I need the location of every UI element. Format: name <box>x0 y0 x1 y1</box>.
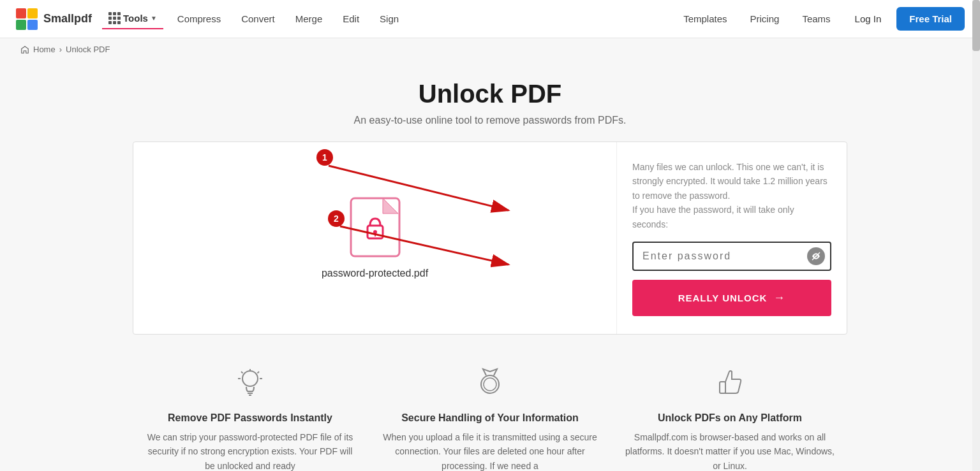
home-icon <box>20 45 29 54</box>
arrow-right-icon: → <box>773 291 785 305</box>
page-title: Unlock PDF <box>10 80 970 108</box>
tools-menu-button[interactable]: Tools ▼ <box>102 8 163 29</box>
unlock-button-label: REALLY UNLOCK <box>678 293 768 303</box>
feature-remove-title: Remove PDF Passwords Instantly <box>143 412 357 424</box>
tools-label: Tools <box>123 13 148 24</box>
logo-icon <box>15 8 38 31</box>
pdf-file-icon <box>350 197 401 257</box>
grid-icon <box>108 12 121 24</box>
breadcrumb-current: Unlock PDF <box>66 45 110 54</box>
login-button[interactable]: Log In <box>845 8 892 29</box>
nav-edit[interactable]: Edit <box>334 10 368 28</box>
nav-templates[interactable]: Templates <box>674 10 736 28</box>
navbar: Smallpdf Tools ▼ Compress Convert Merge … <box>0 0 980 38</box>
main-card: password-protected.pdf 1 2 <box>133 141 847 335</box>
chevron-down-icon: ▼ <box>151 15 157 22</box>
scrollbar[interactable] <box>972 0 980 471</box>
really-unlock-button[interactable]: REALLY UNLOCK → <box>632 280 831 316</box>
svg-point-18 <box>242 371 258 386</box>
nav-teams[interactable]: Teams <box>793 10 839 28</box>
card-left: password-protected.pdf <box>133 142 617 334</box>
breadcrumb-separator: › <box>59 45 62 54</box>
hero-section: Unlock PDF An easy-to-use online tool to… <box>0 61 980 141</box>
feature-platform-title: Unlock PDFs on Any Platform <box>623 412 837 424</box>
features-section: Remove PDF Passwords Instantly We can st… <box>133 355 847 471</box>
svg-rect-0 <box>16 8 26 18</box>
eye-icon <box>811 251 821 261</box>
svg-line-22 <box>241 372 243 373</box>
hero-subtitle: An easy-to-use online tool to remove pas… <box>10 115 970 126</box>
feature-remove: Remove PDF Passwords Instantly We can st… <box>143 368 357 471</box>
svg-line-23 <box>258 372 260 373</box>
card-right: 1 2 <box>617 142 847 334</box>
feature-remove-desc: We can strip your password-protected PDF… <box>143 430 357 471</box>
nav-compress[interactable]: Compress <box>168 10 230 28</box>
free-trial-button[interactable]: Free Trial <box>896 7 965 31</box>
password-visibility-toggle[interactable] <box>807 247 825 265</box>
nav-pricing[interactable]: Pricing <box>741 10 789 28</box>
nav-merge[interactable]: Merge <box>286 10 332 28</box>
lightbulb-icon <box>143 368 357 405</box>
nav-convert[interactable]: Convert <box>232 10 284 28</box>
password-input[interactable] <box>632 242 831 271</box>
nav-sign[interactable]: Sign <box>371 10 408 28</box>
svg-rect-28 <box>720 382 725 393</box>
logo-text: Smallpdf <box>43 12 92 25</box>
scrollbar-thumb[interactable] <box>972 0 980 51</box>
password-field-wrap <box>632 242 831 271</box>
svg-rect-3 <box>27 20 38 30</box>
svg-rect-4 <box>351 198 399 256</box>
feature-platform-desc: Smallpdf.com is browser-based and works … <box>623 430 837 471</box>
svg-rect-1 <box>27 8 38 18</box>
feature-secure-desc: When you upload a file it is transmitted… <box>383 430 597 471</box>
breadcrumb: Home › Unlock PDF <box>0 38 980 61</box>
svg-point-27 <box>484 378 496 391</box>
logo[interactable]: Smallpdf <box>15 8 92 31</box>
card-description: Many files we can unlock. This one we ca… <box>632 160 831 231</box>
feature-secure-title: Secure Handling of Your Information <box>383 412 597 424</box>
feature-platform: Unlock PDFs on Any Platform Smallpdf.com… <box>623 368 837 471</box>
nav-right: Templates Pricing Teams Log In Free Tria… <box>674 7 965 31</box>
svg-point-7 <box>373 230 377 234</box>
thumbsup-icon <box>623 368 837 405</box>
feature-secure: Secure Handling of Your Information When… <box>383 368 597 471</box>
medal-icon <box>383 368 597 405</box>
svg-rect-2 <box>16 20 26 30</box>
pdf-filename: password-protected.pdf <box>322 268 428 279</box>
nav-links: Compress Convert Merge Edit Sign <box>168 10 408 28</box>
breadcrumb-home[interactable]: Home <box>33 45 56 54</box>
